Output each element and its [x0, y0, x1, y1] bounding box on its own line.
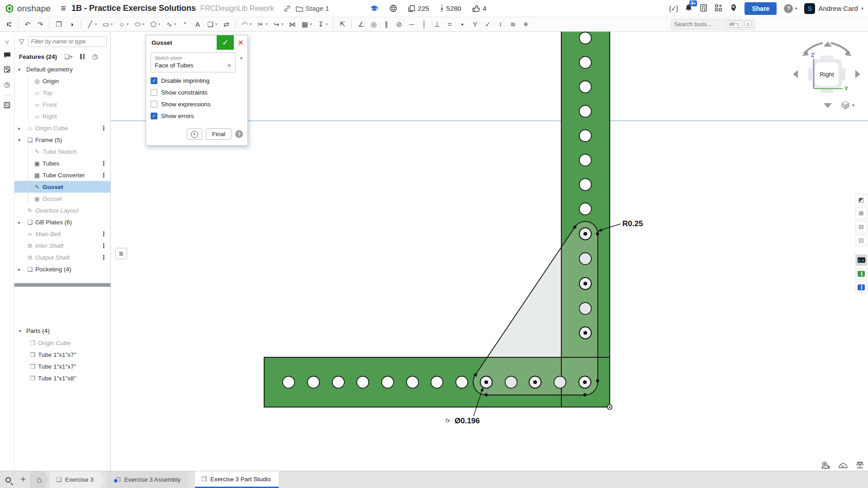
undo-icon[interactable]: ↶: [22, 19, 33, 29]
feature-menu-icon[interactable]: ⋮: [101, 124, 107, 132]
midpoint-constraint-icon[interactable]: •: [457, 19, 468, 29]
feature-row[interactable]: ▱Right: [14, 110, 110, 122]
measure-tape-icon[interactable]: [821, 461, 831, 469]
checkbox-checked-icon[interactable]: ✓: [151, 113, 157, 119]
mirror-tool-icon[interactable]: ⋈: [287, 19, 298, 29]
pierce-constraint-icon[interactable]: ≋: [508, 19, 518, 29]
mass-properties-icon[interactable]: [855, 461, 864, 469]
rectangle-tool-icon[interactable]: ▭▾: [100, 19, 114, 29]
feature-row[interactable]: ▱Top: [14, 87, 110, 99]
trim-tool-icon-caret[interactable]: ▾: [266, 22, 267, 26]
rotate-left-arrow[interactable]: [793, 70, 798, 78]
document-title[interactable]: 1B - Practice Exercise Solutions: [71, 4, 196, 13]
comment-icon[interactable]: [4, 52, 11, 60]
credits-stat[interactable]: 5280: [440, 5, 461, 12]
main-menu-icon[interactable]: ≡: [55, 3, 71, 14]
checklist-icon[interactable]: [4, 102, 10, 110]
line-tool-icon-caret[interactable]: ▾: [95, 22, 97, 26]
tool-search-input[interactable]: [674, 21, 724, 28]
checkbox-checked-icon[interactable]: ✓: [151, 77, 157, 84]
filter-input[interactable]: [28, 36, 107, 47]
paste-sketch-icon[interactable]: ❐: [53, 19, 64, 29]
part-row[interactable]: ❒Tube 1"x1"x7": [14, 360, 110, 372]
feature-row[interactable]: ▩Tube Converter⋮: [14, 169, 110, 181]
chevron-down-icon[interactable]: ▾: [18, 137, 25, 142]
copies-stat[interactable]: 225: [408, 5, 429, 12]
named-views-panel-button[interactable]: ⊞: [855, 207, 867, 219]
user-menu[interactable]: S Andrew Card ▾: [804, 3, 863, 14]
dialog-help-icon[interactable]: ?: [235, 130, 243, 138]
feature-row[interactable]: ▱Front: [14, 99, 110, 110]
green-doc-panel-button[interactable]: [855, 268, 867, 280]
text-tool-icon[interactable]: A: [192, 19, 203, 29]
checkbox-row[interactable]: ✓Disable imprinting: [151, 77, 243, 84]
feature-menu-icon[interactable]: ⋮: [101, 242, 107, 249]
normal-constraint-icon[interactable]: ✓: [482, 19, 493, 29]
checkbox-row[interactable]: ✓Show errors: [151, 113, 243, 119]
view-options-menu[interactable]: ▾: [841, 100, 854, 109]
pattern-tool-icon[interactable]: ▦▾: [299, 19, 313, 29]
point-tool-icon[interactable]: °: [180, 19, 190, 29]
feature-row[interactable]: ◎Origin: [14, 75, 110, 87]
versions-icon[interactable]: ⑂: [5, 38, 9, 46]
pattern-tool-icon-caret[interactable]: ▾: [310, 22, 312, 26]
onshape-logo[interactable]: onshape: [0, 4, 55, 14]
polygon-tool-icon-caret[interactable]: ▾: [158, 22, 160, 26]
construction-tool-icon[interactable]: ❏▾: [205, 19, 219, 29]
fillet-tool-icon[interactable]: ◠▾: [239, 19, 253, 29]
likes-stat[interactable]: 4: [472, 5, 486, 12]
link-icon[interactable]: [284, 5, 291, 12]
fix-constraint-icon[interactable]: ✳: [520, 19, 531, 29]
chevron-right-icon[interactable]: ▸: [18, 267, 25, 272]
feature-list-toggle-icon[interactable]: ⑆: [4, 19, 14, 29]
protractor-icon[interactable]: [838, 461, 848, 469]
add-folder-icon[interactable]: ❏+: [64, 53, 73, 60]
feature-menu-icon[interactable]: ⋮: [101, 254, 107, 261]
rectangle-tool-icon-caret[interactable]: ▾: [111, 22, 113, 26]
document-notes-icon[interactable]: [4, 66, 10, 74]
feature-row[interactable]: ∞Main Belt⋮: [14, 228, 110, 240]
move-tool-icon[interactable]: ⇱: [337, 19, 348, 29]
parts-header[interactable]: ▾ Parts (4): [14, 325, 110, 337]
exit-sketch-button[interactable]: ✎: [187, 128, 202, 140]
feature-script-icon[interactable]: {✓}: [669, 5, 678, 13]
stopwatch-icon[interactable]: ◷: [4, 81, 10, 89]
cancel-button[interactable]: ✕: [234, 35, 247, 50]
part-row[interactable]: ❒Origin Cube: [14, 337, 110, 349]
feature-row[interactable]: ▾❏Frame (5): [14, 134, 110, 146]
circle-tool-icon[interactable]: ○▾: [116, 19, 130, 29]
snap-constraint-icon[interactable]: Y: [470, 19, 480, 29]
feature-row[interactable]: ▸❏Pocketing (4): [14, 263, 110, 275]
graphics-canvas[interactable]: R0.25 fx Ø0.196: [0, 0, 868, 488]
checkbox-row[interactable]: Show constraints: [151, 89, 243, 96]
blue-doc-panel-button[interactable]: [855, 281, 867, 293]
rotate-up-arrow[interactable]: [824, 42, 832, 47]
concentric-constraint-icon[interactable]: ◎: [368, 19, 379, 29]
chevron-right-icon[interactable]: ▸: [18, 126, 25, 131]
chevron-down-icon[interactable]: ▾: [18, 67, 25, 72]
feature-row[interactable]: ✎Tube Sketch: [14, 146, 110, 157]
offset-tool-icon[interactable]: ↪▾: [271, 19, 285, 29]
redo-icon[interactable]: ↷: [35, 19, 46, 29]
tasks-icon[interactable]: [700, 4, 707, 13]
feature-row[interactable]: ⚙Inter Shaft⋮: [14, 240, 110, 251]
tangent-constraint-icon[interactable]: ⊘: [394, 19, 404, 29]
feature-row[interactable]: ✎Gusset: [14, 181, 110, 193]
feature-row[interactable]: ▸◇Origin Cube⋮: [14, 122, 110, 134]
chevron-right-icon[interactable]: ▸: [18, 220, 25, 225]
checkbox-row[interactable]: Show expressions: [151, 101, 243, 108]
feature-menu-icon[interactable]: ⋮: [101, 160, 107, 167]
feature-row[interactable]: ▣Tubes⋮: [14, 157, 110, 169]
filter-icon[interactable]: ▽: [19, 38, 24, 46]
tab-exercise-3-assembly[interactable]: ❒Exercise 3 Assembly: [107, 471, 189, 488]
notifications-button[interactable]: 9+: [685, 4, 693, 13]
circle-tool-icon-caret[interactable]: ▾: [127, 22, 128, 26]
feature-row[interactable]: ▸❏GB Plates (6): [14, 216, 110, 228]
new-tab-button[interactable]: +: [16, 471, 30, 488]
fillet-tool-icon-caret[interactable]: ▾: [250, 22, 251, 26]
view-cube-face[interactable]: Right: [815, 62, 839, 86]
clear-selection-icon[interactable]: ✕: [227, 62, 232, 69]
workspace-breadcrumb[interactable]: Stage 1: [296, 5, 329, 12]
deferred-icon[interactable]: ◔: [238, 54, 243, 63]
tab-search-button[interactable]: [0, 471, 16, 488]
